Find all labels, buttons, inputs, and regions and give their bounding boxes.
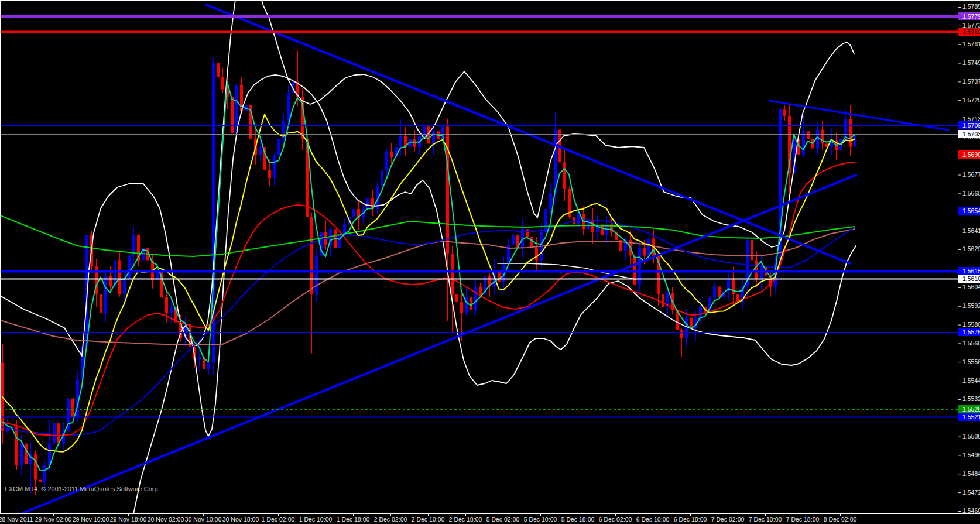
- price-axis-label: 1.57850: [962, 3, 980, 10]
- price-label-chip-1.57690[interactable]: 1.57690: [958, 28, 980, 36]
- time-axis-label: 1 Dec 10:00: [299, 516, 333, 523]
- candle-bear: [479, 287, 482, 294]
- price-label-chip-1.57090[interactable]: 1.57090: [958, 121, 980, 129]
- candle-bear: [71, 399, 74, 417]
- candle-bear: [413, 139, 416, 147]
- price-axis-label: 1.55805: [962, 321, 980, 328]
- time-axis-label: 28 Nov 2011: [0, 516, 33, 523]
- candle-bull: [53, 423, 56, 443]
- candle-bear: [39, 480, 42, 482]
- price-label-text: 1.56540: [962, 207, 980, 214]
- candle-bear: [783, 109, 786, 116]
- candle-bear: [217, 63, 220, 77]
- candle-bear: [109, 276, 112, 287]
- time-axis-label: 7 Dec 18:00: [786, 516, 820, 523]
- price-axis-label: 1.55325: [962, 395, 980, 402]
- price-axis-label: 1.56290: [962, 245, 980, 252]
- price-label-chip-1.56540[interactable]: 1.56540: [958, 207, 980, 215]
- price-label-chip-1.55260[interactable]: 1.55260: [958, 405, 980, 413]
- price-label-chip-1.55760[interactable]: 1.55760: [958, 328, 980, 336]
- candle-bull: [366, 198, 369, 209]
- chart-background: [0, 0, 980, 524]
- price-axis-label: 1.55565: [962, 358, 980, 365]
- time-axis-label: 6 Dec 02:00: [599, 516, 632, 523]
- time-axis-label: 2 Dec 18:00: [449, 516, 482, 523]
- price-axis-label: 1.57610: [962, 40, 980, 47]
- price-label-text: 1.56100: [962, 275, 980, 282]
- candle-bear: [535, 248, 538, 260]
- candle-bear: [755, 260, 758, 279]
- candle-bear: [15, 426, 18, 465]
- price-axis-label: 1.57490: [962, 59, 980, 66]
- candle-bear: [643, 248, 646, 255]
- price-label-chip-1.56900[interactable]: 1.56900: [958, 150, 980, 159]
- time-axis-label: 7 Dec 02:00: [711, 516, 745, 523]
- price-axis-label: 1.55925: [962, 302, 980, 309]
- price-axis-label: 1.55085: [962, 433, 980, 440]
- candle-bear: [451, 254, 454, 294]
- candle-bull: [352, 209, 355, 217]
- candle-bull: [43, 465, 46, 482]
- price-label-chip-1.57790[interactable]: 1.57790: [958, 12, 980, 20]
- candle-bear: [821, 130, 824, 144]
- time-axis-label: 29 Nov 02:00: [35, 516, 72, 523]
- candle-bear: [807, 131, 810, 139]
- price-axis-label: 1.54605: [962, 507, 980, 514]
- price-label-chip-1.56150[interactable]: 1.56150: [958, 267, 980, 275]
- candle-bear: [268, 170, 271, 178]
- candle-bull: [647, 238, 650, 255]
- price-axis-label: 1.57250: [962, 97, 980, 104]
- price-chart[interactable]: 1.578501.577301.576101.574901.573701.572…: [0, 0, 980, 524]
- candle-bear: [718, 287, 721, 298]
- price-label-chip-1.56100[interactable]: 1.56100: [958, 275, 980, 283]
- candle-bull: [128, 256, 131, 279]
- time-axis-label: 29 Nov 10:00: [73, 516, 109, 523]
- candle-bear: [165, 297, 168, 313]
- candle-bear: [849, 119, 852, 147]
- candle-bull: [554, 130, 557, 194]
- candle-bull: [20, 444, 23, 465]
- time-axis-label: 5 Dec 10:00: [524, 516, 557, 523]
- candle-bear: [690, 318, 693, 329]
- candle-bear: [34, 454, 37, 479]
- candle-bull: [381, 170, 383, 186]
- candle-bear: [100, 294, 102, 313]
- time-axis-label: 6 Dec 10:00: [636, 516, 670, 523]
- price-label-text: 1.56150: [962, 268, 980, 275]
- price-axis-label: 1.56410: [962, 227, 980, 234]
- time-axis-label: 1 Dec 02:00: [262, 516, 295, 523]
- price-axis-label: 1.56650: [962, 190, 980, 197]
- candle-bear: [530, 237, 533, 248]
- candle-bull: [123, 279, 126, 294]
- candle-bull: [685, 318, 688, 338]
- price-label-text: 1.55260: [962, 406, 980, 413]
- candle-bull: [287, 93, 290, 121]
- candle-bear: [231, 97, 234, 133]
- candle-bull: [802, 131, 805, 155]
- time-axis[interactable]: 28 Nov 201129 Nov 02:0029 Nov 10:0029 No…: [0, 513, 856, 523]
- candle-bull: [277, 139, 280, 155]
- candle-bull: [549, 193, 552, 209]
- price-label-text: 1.55210: [962, 413, 980, 420]
- candle-bear: [460, 302, 463, 313]
- candle-bull: [577, 214, 580, 225]
- time-axis-label: 7 Dec 10:00: [749, 516, 782, 523]
- time-axis-label: 1 Dec 18:00: [337, 516, 370, 523]
- candle-bear: [526, 229, 529, 237]
- candle-bull: [760, 266, 763, 279]
- price-label-text: 1.57790: [962, 13, 980, 20]
- price-label-text: 1.57690: [962, 28, 980, 35]
- candle-bull: [315, 256, 318, 294]
- candle-bear: [498, 271, 501, 282]
- price-axis-label: 1.54845: [962, 470, 980, 477]
- time-axis-label: 2 Dec 10:00: [412, 516, 445, 523]
- candle-bear: [118, 260, 121, 294]
- candle-bull: [512, 235, 515, 245]
- price-axis-label: 1.54725: [962, 489, 980, 496]
- price-label-chip-1.57032[interactable]: 1.57032: [958, 130, 980, 138]
- price-axis-label: 1.54965: [962, 451, 980, 458]
- time-axis-label: 6 Dec 18:00: [674, 516, 707, 523]
- candle-bear: [455, 294, 458, 302]
- price-label-chip-1.55210[interactable]: 1.55210: [958, 413, 980, 421]
- candle-bear: [470, 297, 472, 310]
